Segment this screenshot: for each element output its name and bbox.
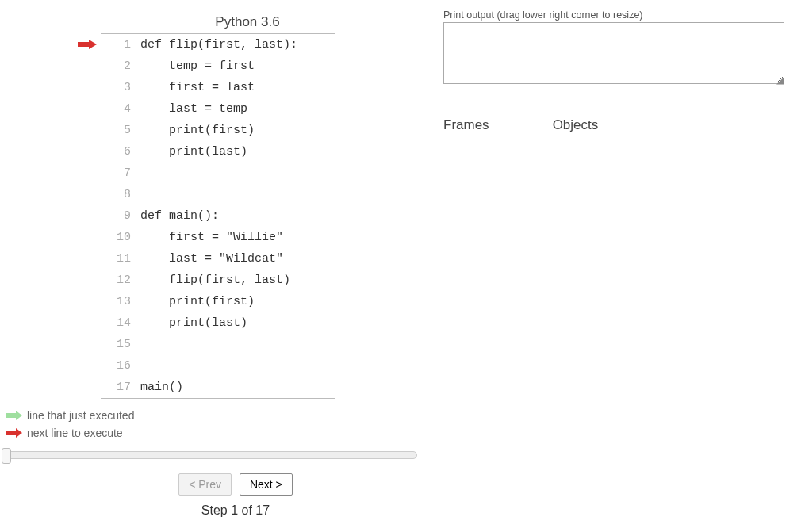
step-slider[interactable] [0,451,424,459]
line-number: 16 [101,359,140,373]
code-block: 1def flip(first, last):2 temp = first3 f… [101,33,335,399]
output-box[interactable] [443,22,784,84]
line-number: 15 [101,338,140,351]
line-number: 9 [101,209,140,223]
code-text: print(last) [140,145,247,159]
line-number: 14 [101,316,140,330]
code-line: 5 print(first) [101,120,335,141]
arrow-red-icon [6,428,22,438]
code-text: main() [140,381,183,394]
line-number: 10 [101,231,140,244]
code-text: last = temp [140,102,247,116]
output-label: Print output (drag lower right corner to… [443,10,799,21]
legend-just-executed: line that just executed [27,409,134,422]
step-counter: Step 1 of 17 [0,503,424,518]
code-text: last = "Wildcat" [140,252,283,266]
code-text: first = "Willie" [140,231,283,244]
frames-header: Frames [443,117,489,133]
code-line: 3 first = last [101,77,335,98]
code-line: 1def flip(first, last): [101,34,335,55]
code-line: 7 [101,163,335,184]
line-number: 7 [101,166,140,180]
line-number: 5 [101,124,140,137]
legend: line that just executed next line to exe… [6,407,424,442]
code-line: 6 print(last) [101,141,335,163]
line-number: 17 [101,381,140,394]
line-number: 8 [101,188,140,201]
controls: < Prev Next > [0,473,424,496]
line-number: 3 [101,81,140,94]
visualization-pane: Print output (drag lower right corner to… [424,0,805,532]
code-line: 14 print(last) [101,312,335,334]
code-text: print(first) [140,124,255,137]
next-line-arrow-icon [73,39,97,52]
svg-marker-0 [78,40,97,49]
svg-marker-1 [6,411,22,420]
language-title: Python 3.6 [0,14,424,30]
line-number: 2 [101,59,140,73]
code-line: 4 last = temp [101,98,335,120]
line-number: 4 [101,102,140,116]
objects-header: Objects [553,117,599,133]
slider-thumb[interactable] [2,448,11,464]
line-number: 11 [101,252,140,266]
code-pane: Python 3.6 1def flip(first, last):2 temp… [0,0,424,532]
code-line: 11 last = "Wildcat" [101,248,335,270]
code-text: first = last [140,81,255,94]
next-button[interactable]: Next > [240,473,293,496]
code-line: 17main() [101,377,335,398]
code-line: 12 flip(first, last) [101,270,335,291]
line-number: 13 [101,295,140,308]
legend-next-line: next line to execute [27,427,123,439]
code-line: 16 [101,355,335,377]
code-text: temp = first [140,59,255,73]
code-line: 2 temp = first [101,55,335,77]
code-text: print(last) [140,316,247,330]
code-text: flip(first, last) [140,274,290,287]
code-line: 10 first = "Willie" [101,227,335,248]
code-text: def main(): [140,209,219,223]
code-text: print(first) [140,295,255,308]
line-number: 12 [101,274,140,287]
prev-button[interactable]: < Prev [178,473,232,496]
code-line: 8 [101,184,335,205]
code-text: def flip(first, last): [140,38,297,52]
code-line: 13 print(first) [101,291,335,312]
code-line: 15 [101,334,335,355]
line-number: 6 [101,145,140,159]
arrow-green-icon [6,411,22,420]
line-number: 1 [101,38,140,52]
code-line: 9def main(): [101,205,335,227]
svg-marker-2 [6,428,22,438]
